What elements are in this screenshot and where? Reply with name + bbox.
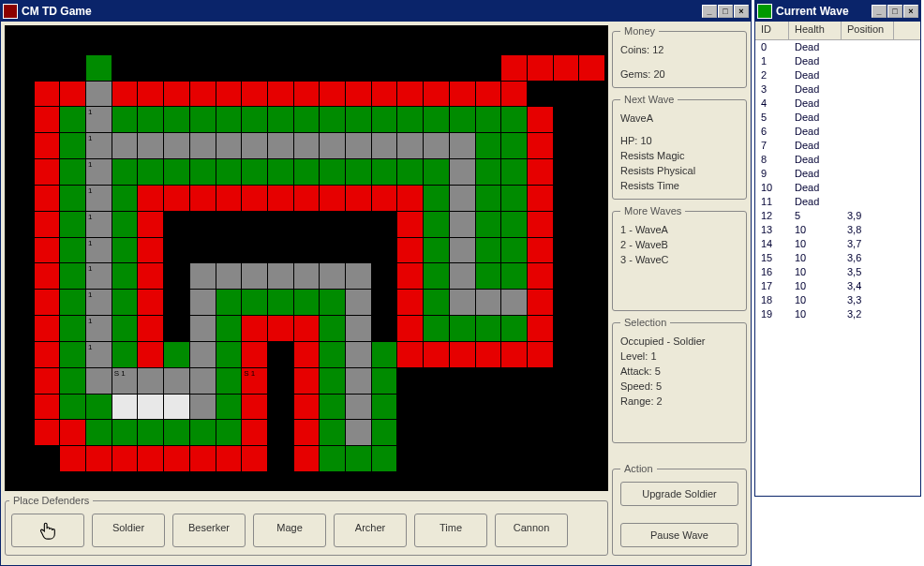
grid-cell[interactable]: 1	[86, 159, 112, 185]
grid-cell[interactable]	[372, 263, 397, 289]
grid-cell[interactable]	[397, 420, 423, 445]
grid-cell[interactable]	[476, 446, 501, 471]
grid-cell[interactable]	[346, 316, 371, 341]
grid-cell[interactable]	[450, 212, 475, 237]
grid-cell[interactable]	[216, 55, 242, 81]
grid-cell[interactable]	[372, 107, 397, 132]
grid-cell[interactable]	[554, 316, 579, 341]
grid-cell[interactable]	[112, 395, 138, 420]
wave-row[interactable]: 16103,5	[755, 265, 920, 279]
grid-cell[interactable]	[579, 29, 604, 54]
grid-cell[interactable]	[476, 368, 501, 394]
grid-cell[interactable]	[35, 107, 60, 132]
grid-cell[interactable]	[320, 159, 345, 185]
grid-cell[interactable]	[8, 29, 34, 54]
grid-cell[interactable]	[86, 446, 112, 471]
grid-cell[interactable]	[35, 133, 60, 158]
grid-cell[interactable]	[320, 446, 345, 471]
grid-cell[interactable]	[320, 368, 345, 394]
grid-cell[interactable]	[242, 133, 267, 158]
wave-row[interactable]: 3Dead	[755, 82, 920, 97]
grid-cell[interactable]	[242, 316, 267, 341]
grid-cell[interactable]	[450, 159, 475, 185]
grid-cell[interactable]	[190, 446, 216, 471]
grid-cell[interactable]	[216, 159, 242, 185]
grid-cell[interactable]	[268, 316, 293, 341]
grid-cell[interactable]	[8, 446, 34, 471]
col-position[interactable]: Position	[842, 22, 894, 39]
grid-cell[interactable]	[346, 446, 371, 471]
grid-cell[interactable]	[35, 159, 60, 185]
grid-cell[interactable]	[190, 82, 216, 107]
grid-cell[interactable]	[320, 82, 345, 107]
grid-cell[interactable]	[554, 55, 579, 81]
grid-cell[interactable]	[8, 212, 34, 237]
grid-cell[interactable]	[35, 420, 60, 445]
grid-cell[interactable]	[397, 55, 423, 81]
grid-cell[interactable]	[294, 238, 320, 263]
grid-cell[interactable]	[424, 290, 449, 315]
grid-cell[interactable]	[528, 212, 553, 237]
grid-cell[interactable]	[346, 238, 371, 263]
grid-cell[interactable]	[164, 82, 189, 107]
grid-cell[interactable]	[424, 107, 449, 132]
grid-cell[interactable]	[528, 395, 553, 420]
grid-cell[interactable]	[579, 159, 604, 185]
grid-cell[interactable]	[320, 342, 345, 367]
grid-cell[interactable]	[579, 55, 604, 81]
grid-cell[interactable]	[138, 263, 163, 289]
grid-cell[interactable]	[450, 186, 475, 211]
grid-cell[interactable]	[190, 238, 216, 263]
grid-cell[interactable]	[579, 186, 604, 211]
wave-row[interactable]: 6Dead	[755, 125, 920, 139]
grid-cell[interactable]	[60, 238, 85, 263]
grid-cell[interactable]	[242, 107, 267, 132]
grid-cell[interactable]	[35, 368, 60, 394]
grid-cell[interactable]	[242, 420, 267, 445]
grid-cell[interactable]	[450, 29, 475, 54]
grid-cell[interactable]	[8, 290, 34, 315]
grid-cell[interactable]	[397, 290, 423, 315]
grid-cell[interactable]	[112, 212, 138, 237]
grid-cell[interactable]	[294, 290, 320, 315]
grid-cell[interactable]	[346, 263, 371, 289]
grid-cell[interactable]	[424, 238, 449, 263]
grid-cell[interactable]: 1	[86, 186, 112, 211]
grid-cell[interactable]	[397, 316, 423, 341]
grid-cell[interactable]	[8, 395, 34, 420]
grid-cell[interactable]	[579, 420, 604, 445]
grid-cell[interactable]	[216, 446, 242, 471]
grid-cell[interactable]	[528, 420, 553, 445]
grid-cell[interactable]	[268, 446, 293, 471]
grid-cell[interactable]	[397, 133, 423, 158]
grid-cell[interactable]	[164, 316, 189, 341]
grid-cell[interactable]	[554, 368, 579, 394]
grid-cell[interactable]	[294, 107, 320, 132]
grid-cell[interactable]	[138, 186, 163, 211]
grid-cell[interactable]	[554, 133, 579, 158]
grid-cell[interactable]	[397, 395, 423, 420]
grid-cell[interactable]	[579, 290, 604, 315]
grid-cell[interactable]	[164, 263, 189, 289]
grid-cell[interactable]	[216, 368, 242, 394]
grid-cell[interactable]	[216, 29, 242, 54]
grid-cell[interactable]	[294, 82, 320, 107]
grid-cell[interactable]	[579, 212, 604, 237]
grid-cell[interactable]	[346, 82, 371, 107]
grid-cell[interactable]	[8, 420, 34, 445]
grid-cell[interactable]	[164, 133, 189, 158]
grid-cell[interactable]	[579, 342, 604, 367]
wave-row[interactable]: 10Dead	[755, 181, 920, 195]
grid-cell[interactable]	[190, 368, 216, 394]
grid-cell[interactable]	[346, 420, 371, 445]
grid-cell[interactable]	[8, 159, 34, 185]
grid-cell[interactable]	[164, 238, 189, 263]
grid-cell[interactable]	[528, 107, 553, 132]
grid-cell[interactable]: 1	[86, 107, 112, 132]
grid-cell[interactable]	[8, 368, 34, 394]
wave-row[interactable]: 17103,4	[755, 279, 920, 293]
grid-cell[interactable]	[242, 395, 267, 420]
grid-cell[interactable]	[268, 368, 293, 394]
grid-cell[interactable]	[35, 238, 60, 263]
grid-cell[interactable]	[112, 342, 138, 367]
